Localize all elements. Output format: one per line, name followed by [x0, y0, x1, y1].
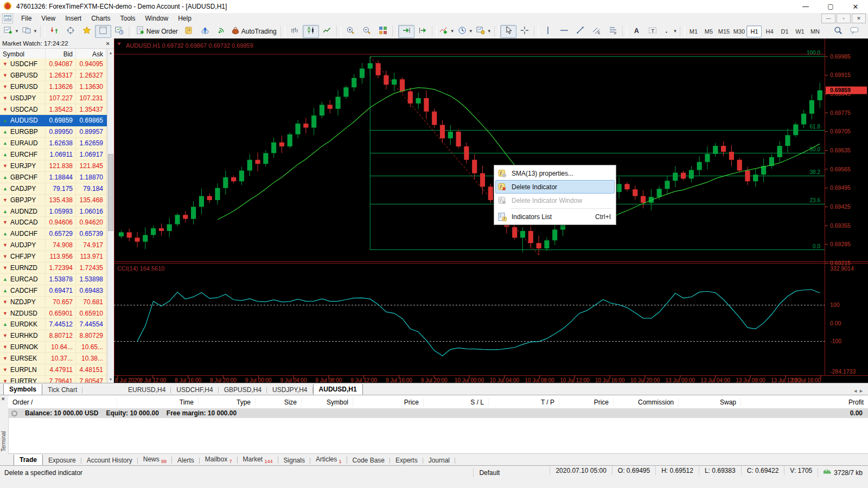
market-watch-toggle[interactable] [46, 25, 62, 38]
symbol-row-eurhkd[interactable]: ▼EURHKD8.807128.80729 [0, 330, 107, 342]
symbol-row-eurtry[interactable]: ▼EURTRY7.796417.80547 [0, 376, 107, 383]
market-watch-tab-symbols[interactable]: Symbols [3, 384, 42, 395]
chart-tab-usdchf-h4[interactable]: USDCHF,H4 [171, 385, 218, 395]
chart-shift-button[interactable] [414, 25, 431, 38]
close-button[interactable]: ✕ [843, 0, 868, 13]
menu-view[interactable]: View [36, 14, 60, 23]
market-watch-col-symbol[interactable]: Symbol [0, 49, 46, 59]
terminal-tab-news[interactable]: News 99 [138, 454, 172, 466]
terminal-tab-experts[interactable]: Experts [390, 455, 423, 466]
favorites-button[interactable] [79, 25, 95, 38]
menu-file[interactable]: File [16, 14, 36, 23]
fibonacci-button[interactable]: F [605, 25, 621, 38]
templates-button[interactable]: ▼ [475, 25, 493, 38]
symbol-row-eursek[interactable]: ▼EURSEK10.37...10.38... [0, 353, 107, 364]
autotrading-button[interactable]: AutoTrading [229, 25, 279, 38]
symbol-row-nzdusd[interactable]: ▼NZDUSD0.659010.65910 [0, 308, 107, 319]
terminal-col-price-2[interactable]: Price [559, 398, 613, 407]
timeframe-m5[interactable]: M5 [701, 25, 716, 37]
symbol-row-gbpjpy[interactable]: ▼GBPJPY135.438135.468 [0, 195, 107, 206]
chart-tab-audusd-h1[interactable]: AUDUSD,H1 [313, 384, 363, 395]
tabs-scroll-left-icon[interactable]: ◄ [853, 388, 858, 394]
channel-button[interactable]: E [589, 25, 605, 38]
symbol-row-eurdkk[interactable]: ▲EURDKK7.445127.44554 [0, 319, 107, 330]
terminal-tab-market[interactable]: Market 144 [238, 454, 278, 466]
menu-charts[interactable]: Charts [86, 14, 115, 23]
trendline-button[interactable] [572, 25, 589, 38]
timeframe-h4[interactable]: H4 [762, 25, 777, 37]
timeframe-mn[interactable]: MN [807, 25, 822, 37]
symbol-row-eurgbp[interactable]: ▲EURGBP0.899500.89957 [0, 126, 107, 138]
terminal-col-size[interactable]: Size [255, 398, 301, 407]
market-watch-col-ask[interactable]: Ask [76, 49, 106, 59]
symbol-row-gbpchf[interactable]: ▲GBPCHF1.188441.18870 [0, 172, 107, 183]
line-chart-button[interactable] [319, 25, 335, 38]
cursor-button[interactable] [500, 25, 516, 38]
symbol-row-gbpusd[interactable]: ▼GBPUSD1.263171.26327 [0, 70, 107, 81]
scrollbar-track[interactable] [107, 56, 114, 375]
symbol-row-audusd[interactable]: ▲AUDUSD0.698590.69865 [0, 115, 107, 126]
chart-tab-gbpusd-h4[interactable]: GBPUSD,H4 [219, 385, 267, 395]
search-button[interactable] [830, 25, 846, 38]
terminal-close-icon[interactable]: ✕ [1, 396, 5, 402]
terminal-col-order[interactable]: Order / [8, 398, 117, 407]
menu-tools[interactable]: Tools [116, 14, 141, 23]
symbol-row-audcad[interactable]: ▼AUDCAD0.946060.94620 [0, 217, 107, 228]
arrows-button[interactable]: ▼ [661, 25, 679, 38]
child-restore-button[interactable]: ▫ [837, 14, 851, 23]
context-menu-indicators-list[interactable]: fIndicators ListCtrl+I [495, 210, 615, 223]
indicators-button[interactable]: ▼ [438, 25, 456, 38]
menu-insert[interactable]: Insert [60, 14, 86, 23]
context-menu-delete-indicator[interactable]: fDelete Indicator [495, 180, 615, 194]
chart-window-icon[interactable] [2, 14, 13, 23]
bar-chart-button[interactable] [286, 25, 303, 38]
chart-tab-eurusd-h4[interactable]: EURUSD,H4 [123, 385, 171, 395]
terminal-tab-trade[interactable]: Trade [14, 454, 43, 466]
new-order-button[interactable]: New Order [135, 25, 181, 38]
timeframe-d1[interactable]: D1 [777, 25, 792, 37]
terminal-tab-journal[interactable]: Journal [423, 455, 455, 466]
timeframe-w1[interactable]: W1 [792, 25, 807, 37]
chart-area[interactable]: 100.061.850.038.223.60.0AUDUSD,H1 0.6973… [114, 38, 868, 383]
profiles-button[interactable]: ▼ [21, 25, 39, 38]
scroll-down-icon[interactable]: ▼ [107, 375, 114, 383]
zoom-out-button[interactable] [359, 25, 375, 38]
vertical-line-button[interactable] [540, 25, 556, 38]
context-menu-sma-13-properties[interactable]: fSMA(13) properties... [495, 166, 615, 180]
menu-window[interactable]: Window [141, 14, 174, 23]
market-watch-col-bid[interactable]: Bid [46, 49, 76, 59]
crosshair-button[interactable] [516, 25, 533, 38]
new-chart-button[interactable]: ▼ [2, 25, 21, 38]
terminal-col-t-p[interactable]: T / P [488, 398, 559, 407]
status-profile[interactable]: Default [473, 468, 550, 477]
symbol-row-cadjpy[interactable]: ▲CADJPY79.17579.184 [0, 183, 107, 195]
data-window-toggle[interactable] [95, 25, 111, 38]
zoom-in-button[interactable] [342, 25, 359, 38]
maximize-button[interactable]: ▢ [818, 0, 843, 13]
symbol-row-audjpy[interactable]: ▼AUDJPY74.90874.917 [0, 240, 107, 251]
terminal-tab-code-base[interactable]: Code Base [347, 455, 390, 466]
symbol-row-chfjpy[interactable]: ▼CHFJPY113.956113.971 [0, 251, 107, 262]
text-label-button[interactable]: T [644, 25, 661, 38]
terminal-col-symbol[interactable]: Symbol [301, 398, 353, 407]
market-watch-close-icon[interactable]: ✕ [104, 41, 112, 47]
terminal-col-s-l[interactable]: S / L [423, 398, 488, 407]
timeframe-m1[interactable]: M1 [686, 25, 701, 37]
terminal-col-time[interactable]: Time [117, 398, 198, 407]
signals-button[interactable] [213, 25, 229, 38]
navigator-toggle[interactable] [62, 25, 79, 38]
terminal-col-type[interactable]: Type [198, 398, 255, 407]
market-watch-scrollbar[interactable]: ▲ ▼ [107, 49, 114, 383]
symbol-row-usdjpy[interactable]: ▼USDJPY107.227107.231 [0, 93, 107, 104]
strategy-tester-toggle[interactable] [111, 25, 127, 38]
symbol-row-eurnok[interactable]: ▼EURNOK10.64...10.65... [0, 342, 107, 353]
publish-button[interactable] [197, 25, 213, 38]
symbol-row-audnzd[interactable]: ▲AUDNZD1.059931.06016 [0, 206, 107, 217]
timeframe-h1[interactable]: H1 [746, 25, 762, 37]
menu-help[interactable]: Help [173, 14, 196, 23]
minimize-button[interactable]: — [793, 0, 818, 13]
child-close-button[interactable]: ✕ [852, 14, 866, 23]
terminal-tab-alerts[interactable]: Alerts [172, 455, 200, 466]
symbol-row-eurchf[interactable]: ▲EURCHF1.069111.06917 [0, 149, 107, 160]
symbol-row-audchf[interactable]: ▲AUDCHF0.657290.65739 [0, 228, 107, 240]
